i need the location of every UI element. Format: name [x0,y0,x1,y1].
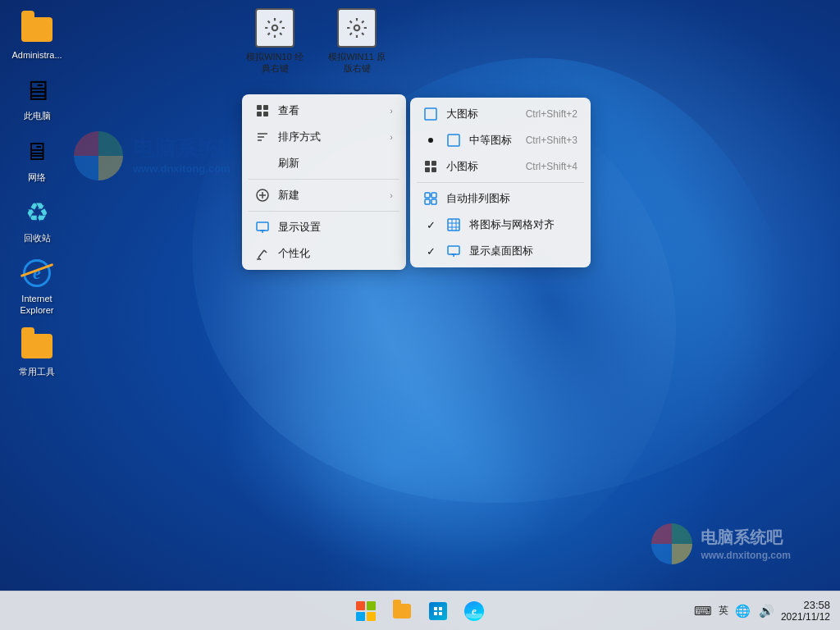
submenu-shortcut-medium-icon: Ctrl+Shift+3 [526,135,578,146]
svg-rect-4 [257,112,262,116]
desktop-icon-ie[interactable]: e Internet Explorer [4,252,70,322]
edge-button[interactable]: e [458,595,491,628]
menu-label-display: 显示设置 [278,220,393,235]
system-tray: ⌨ 英 🌐 🔊 23:58 2021/11/12 [692,599,830,623]
pc-icon-this-pc: 🖥 [21,74,53,107]
system-clock[interactable]: 23:58 2021/11/12 [781,599,830,623]
display-icon [255,220,270,235]
align-grid-check-icon: ✓ [423,217,438,232]
svg-rect-9 [431,161,436,166]
medium-icon-icon [446,133,461,148]
submenu-shortcut-large-icon: Ctrl+Shift+2 [526,108,578,120]
svg-rect-11 [431,167,436,172]
svg-rect-22 [448,246,459,254]
submenu-shortcut-small-icon: Ctrl+Shift+4 [526,161,578,172]
svg-rect-8 [425,161,430,166]
svg-rect-13 [431,193,436,198]
language-indicator[interactable]: 英 [719,604,728,618]
small-icon-icon [423,159,438,174]
network-icon: 🖥 [21,135,53,168]
menu-item-sort[interactable]: 排序方式 › [242,124,406,150]
svg-rect-12 [425,193,430,198]
icon-label-administrator: Administra... [11,49,62,61]
menu-item-personalize[interactable]: 个性化 [242,240,406,267]
start-button[interactable] [349,595,382,628]
icon-label-network: 网络 [28,171,46,183]
new-arrow: › [390,190,393,200]
store-button[interactable] [422,595,454,628]
submenu-label-auto-arrange: 自动排列图标 [446,191,578,206]
submenu-item-small-icon[interactable]: 小图标 Ctrl+Shift+4 [410,153,591,180]
submenu-divider-1 [417,182,584,183]
menu-item-display[interactable]: 显示设置 [242,214,406,240]
menu-label-personalize: 个性化 [278,246,393,261]
ie-icon: e [21,257,53,290]
submenu-label-large-icon: 大图标 [446,107,518,121]
refresh-placeholder [255,156,270,171]
taskbar-center: e [349,595,491,628]
desktop-icon-win10[interactable]: 模拟WIN10 经典右键 [246,8,304,75]
align-grid-icon [446,217,461,232]
desktop: 电脑系统吧 www.dnxitong.com 电脑系统吧 www.dnxiton… [0,0,840,630]
win10-gear-icon [255,8,294,48]
submenu-item-auto-arrange[interactable]: 自动排列图标 [410,185,591,212]
submenu-item-large-icon[interactable]: 大图标 Ctrl+Shift+2 [410,101,591,127]
svg-rect-2 [257,105,262,110]
desktop-icon-administrator[interactable]: Administra... [4,8,70,66]
windows-logo-icon [356,601,376,621]
svg-rect-10 [425,167,430,172]
show-desktop-icon [446,244,461,258]
folder-icon-administrator [21,13,53,46]
svg-rect-15 [431,199,436,204]
recycle-icon: ♻ [21,196,53,229]
desktop-icon-win11[interactable]: 模拟WIN11 原版右键 [328,8,386,75]
menu-item-new[interactable]: 新建 › [242,182,406,208]
svg-rect-5 [263,112,268,116]
svg-line-35 [264,250,267,253]
folder-icon-tools [21,330,53,363]
win11-gear-icon [337,8,377,48]
menu-label-refresh: 刷新 [278,156,393,171]
auto-arrange-icon [423,191,438,206]
store-icon [429,602,447,620]
speaker-icon[interactable]: 🔊 [757,602,776,620]
icon-label-this-pc: 此电脑 [24,110,51,121]
menu-item-refresh[interactable]: 刷新 [242,150,406,176]
icon-label-win11: 模拟WIN11 原版右键 [328,51,386,75]
menu-divider-2 [249,211,399,212]
menu-divider-1 [249,179,399,180]
top-icons-row: 模拟WIN10 经典右键 模拟WIN11 原版右键 [246,8,386,75]
desktop-icon-tools[interactable]: 常用工具 [4,325,70,382]
submenu-item-medium-icon[interactable]: 中等图标 Ctrl+Shift+3 [410,127,591,153]
context-submenu-view: 大图标 Ctrl+Shift+2 中等图标 Ctrl+Shift+3 [410,98,591,267]
new-icon [255,188,270,203]
show-desktop-check-icon: ✓ [423,244,438,258]
view-icon [255,103,270,118]
submenu-label-align-grid: 将图标与网格对齐 [469,217,578,232]
svg-rect-17 [448,219,459,231]
desktop-icon-this-pc[interactable]: 🖥 此电脑 [4,69,70,126]
taskbar: e ⌨ 英 🌐 🔊 23:58 2021/11/12 [0,591,840,630]
edge-icon: e [464,601,484,621]
clock-time: 23:58 [781,599,830,611]
submenu-label-medium-icon: 中等图标 [469,133,518,148]
desktop-icon-recycle[interactable]: ♻ 回收站 [4,191,70,249]
svg-rect-14 [425,199,430,204]
menu-label-new: 新建 [278,188,381,203]
desktop-icons-column: Administra... 🖥 此电脑 🖥 网络 ♻ 回收站 e [0,8,74,382]
desktop-icon-network[interactable]: 🖥 网络 [4,130,70,188]
globe-icon[interactable]: 🌐 [733,602,752,620]
menu-label-sort: 排序方式 [278,130,381,144]
context-menu: 查看 › 大图标 Ctrl+Shift+2 [242,94,406,270]
menu-label-view: 查看 [278,103,381,118]
submenu-item-align-grid[interactable]: ✓ 将图标与网格对齐 [410,212,591,238]
submenu-item-show-desktop[interactable]: ✓ 显示桌面图标 [410,238,591,264]
view-arrow: › [390,106,393,116]
sort-arrow: › [390,132,393,142]
keyboard-icon[interactable]: ⌨ [692,602,714,620]
submenu-label-show-desktop: 显示桌面图标 [469,244,578,258]
menu-item-view[interactable]: 查看 › 大图标 Ctrl+Shift+2 [242,98,406,124]
file-explorer-button[interactable] [386,595,418,628]
svg-rect-7 [448,135,459,146]
personalize-icon [255,246,270,261]
